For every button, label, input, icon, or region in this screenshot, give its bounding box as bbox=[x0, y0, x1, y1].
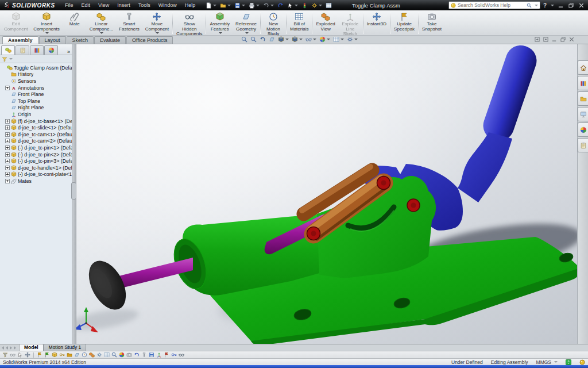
edit-appearance-icon[interactable] bbox=[318, 36, 331, 43]
custom-properties-tab[interactable] bbox=[578, 138, 588, 152]
configurationmanager-tab[interactable] bbox=[30, 45, 44, 55]
menu-view[interactable]: View bbox=[94, 1, 113, 9]
panel-expand-chevron-icon[interactable]: » bbox=[67, 49, 70, 55]
help-icon[interactable]: ? bbox=[543, 2, 547, 9]
tree-item[interactable]: Annotations bbox=[0, 85, 72, 91]
motion-tool-icon[interactable] bbox=[67, 352, 72, 358]
graphics-viewport[interactable] bbox=[76, 44, 577, 344]
tree-item[interactable]: Front Plane bbox=[0, 91, 72, 98]
tree-item[interactable]: (-) d-joe_tc-pin<3> (Default bbox=[0, 158, 72, 164]
expand-plus-icon[interactable] bbox=[5, 166, 10, 170]
tree-item[interactable]: Top Plane bbox=[0, 98, 72, 105]
expand-plus-icon[interactable] bbox=[5, 86, 10, 90]
tree-item[interactable]: d-joe_tc-cam<1> (Default<< bbox=[0, 131, 72, 138]
motion-tool-icon[interactable] bbox=[25, 352, 30, 358]
assembly-features-button[interactable]: Assembly Features bbox=[207, 11, 233, 35]
show-hidden-components-button[interactable]: Show Hidden Components bbox=[173, 11, 205, 35]
motion-tool-icon[interactable] bbox=[156, 352, 162, 358]
nav-first-icon[interactable] bbox=[2, 346, 4, 350]
apply-scene-icon[interactable] bbox=[332, 36, 345, 43]
filter-icon[interactable] bbox=[2, 56, 7, 62]
undo-icon[interactable] bbox=[261, 1, 276, 10]
menu-help[interactable]: Help bbox=[181, 1, 200, 9]
doc-minimize-icon[interactable] bbox=[552, 37, 557, 42]
tree-item[interactable]: Origin bbox=[0, 111, 72, 118]
quick-tips-icon[interactable] bbox=[566, 359, 571, 365]
nav-prev-icon[interactable] bbox=[6, 346, 8, 350]
tree-item[interactable]: Toggle Clamp Assm (Default<< bbox=[0, 64, 72, 71]
expand-plus-icon[interactable] bbox=[5, 119, 10, 124]
menu-edit[interactable]: Edit bbox=[77, 1, 94, 9]
display-pane2-icon[interactable] bbox=[543, 37, 548, 42]
tree-item[interactable]: History bbox=[0, 71, 72, 78]
tab-evaluate[interactable]: Evaluate bbox=[94, 36, 126, 44]
motion-tool-icon[interactable] bbox=[141, 352, 147, 358]
select-icon[interactable] bbox=[285, 1, 300, 10]
tab-assembly[interactable]: Assembly bbox=[2, 36, 38, 44]
motion-tool-icon[interactable] bbox=[119, 352, 125, 358]
3d-model-canvas[interactable] bbox=[76, 44, 577, 344]
zoom-to-fit-icon[interactable] bbox=[240, 36, 249, 43]
motion-tool-icon[interactable] bbox=[126, 352, 132, 358]
tab-motion-study-1[interactable]: Motion Study 1 bbox=[44, 344, 87, 351]
tree-item[interactable]: (f) d-joe_tc-base<1> (Default bbox=[0, 118, 72, 125]
motion-tool-icon[interactable] bbox=[164, 352, 169, 358]
move-component-button[interactable]: Move Component bbox=[142, 11, 172, 35]
help-caret-icon[interactable] bbox=[551, 5, 554, 6]
motion-tool-icon[interactable] bbox=[10, 352, 16, 358]
motion-tool-icon[interactable] bbox=[96, 352, 102, 358]
units-label[interactable]: MMGS bbox=[536, 359, 551, 365]
motion-tool-icon[interactable] bbox=[74, 352, 80, 358]
nav-last-icon[interactable] bbox=[14, 346, 16, 350]
tags-icon[interactable] bbox=[579, 359, 585, 365]
expand-plus-icon[interactable] bbox=[5, 132, 10, 137]
hide-show-items-icon[interactable] bbox=[304, 36, 318, 43]
panel-splitter[interactable] bbox=[72, 44, 76, 344]
motion-tool-icon[interactable] bbox=[134, 352, 140, 358]
zoom-to-area-icon[interactable] bbox=[249, 36, 258, 43]
file-properties-icon[interactable] bbox=[324, 1, 334, 10]
expand-plus-icon[interactable] bbox=[5, 125, 10, 130]
menu-window[interactable]: Window bbox=[154, 1, 181, 9]
menu-tools[interactable]: Tools bbox=[134, 1, 154, 9]
options-icon[interactable] bbox=[310, 1, 324, 10]
tree-item[interactable]: Mates bbox=[0, 178, 72, 185]
motion-tool-icon[interactable] bbox=[149, 352, 154, 358]
motion-tool-icon[interactable] bbox=[89, 352, 95, 358]
motion-tool-icon[interactable] bbox=[37, 352, 42, 358]
restore-button[interactable] bbox=[567, 2, 575, 9]
tab-layout[interactable]: Layout bbox=[39, 36, 66, 44]
motion-tool-icon[interactable] bbox=[52, 352, 57, 358]
propertymanager-tab[interactable] bbox=[16, 45, 29, 55]
file-explorer-tab[interactable] bbox=[578, 91, 588, 106]
motion-tool-icon[interactable] bbox=[2, 352, 8, 358]
tab-model[interactable]: Model bbox=[19, 344, 44, 351]
take-snapshot-button[interactable]: Take Snapshot bbox=[419, 11, 444, 35]
search-icon[interactable] bbox=[527, 3, 532, 8]
tree-item[interactable]: Sensors bbox=[0, 78, 72, 85]
smart-fasteners-button[interactable]: Smart Fasteners bbox=[116, 11, 142, 35]
solidworks-resources-tab[interactable] bbox=[578, 60, 588, 75]
tab-office-products[interactable]: Office Products bbox=[126, 36, 173, 44]
insert-components-button[interactable]: Insert Components bbox=[30, 11, 62, 35]
motion-tool-icon[interactable] bbox=[104, 352, 110, 358]
menu-file[interactable]: File bbox=[61, 1, 78, 9]
units-caret-icon[interactable] bbox=[554, 361, 558, 363]
tab-sketch[interactable]: Sketch bbox=[67, 36, 94, 44]
appearances-scenes-tab[interactable] bbox=[578, 122, 588, 137]
section-view-icon[interactable] bbox=[268, 36, 276, 43]
expand-plus-icon[interactable] bbox=[5, 172, 10, 177]
tree-item[interactable]: (-) d-joe_tc-cont-plate<1> (D bbox=[0, 171, 72, 178]
doc-close-icon[interactable] bbox=[569, 37, 574, 42]
previous-view-icon[interactable] bbox=[258, 36, 267, 43]
view-orientation-icon[interactable] bbox=[277, 36, 290, 43]
linear-compone-button[interactable]: Linear Compone... bbox=[87, 11, 116, 35]
new-document-icon[interactable] bbox=[204, 1, 218, 10]
motion-tool-icon[interactable] bbox=[44, 352, 50, 358]
print-icon[interactable] bbox=[247, 1, 261, 10]
tree-item[interactable]: d-joe_tc-cam<2> (Default<< bbox=[0, 138, 72, 145]
displaymanager-tab[interactable] bbox=[44, 45, 58, 55]
motion-tool-icon[interactable] bbox=[82, 352, 87, 358]
menu-insert[interactable]: Insert bbox=[113, 1, 134, 9]
mate-button[interactable]: Mate bbox=[63, 11, 87, 35]
